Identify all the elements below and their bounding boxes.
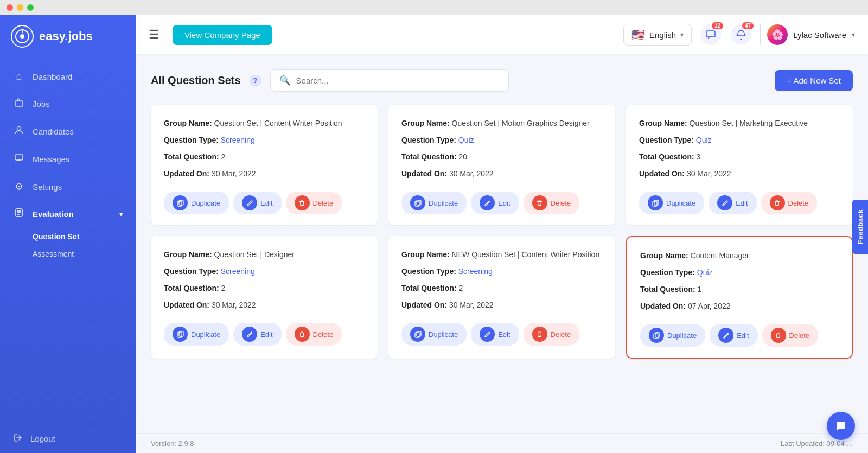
- sidebar-item-dashboard[interactable]: ⌂ Dashboard: [0, 63, 136, 90]
- delete-button[interactable]: Delete: [524, 323, 580, 346]
- delete-button[interactable]: Delete: [286, 192, 342, 214]
- svg-point-4: [17, 127, 21, 131]
- card-actions: Duplicate Edit Del: [639, 192, 840, 214]
- duplicate-button[interactable]: Duplicate: [640, 324, 705, 347]
- chat-icon-button[interactable]: 12: [700, 24, 721, 45]
- logo-icon: [11, 25, 34, 48]
- card-5: Group Name: NEW Question Set | Content W…: [388, 236, 615, 359]
- page-title: All Question Sets: [151, 74, 241, 87]
- duplicate-icon: [410, 327, 425, 342]
- feedback-tab[interactable]: Feedback: [852, 200, 868, 254]
- sidebar-item-assessment[interactable]: Assessment: [33, 245, 136, 263]
- search-box: 🔍: [270, 69, 509, 92]
- sidebar-logo: easy.jobs: [0, 15, 136, 58]
- edit-button[interactable]: Edit: [233, 192, 281, 214]
- edit-button[interactable]: Edit: [233, 323, 281, 346]
- sidebar-item-candidates[interactable]: Candidates: [0, 118, 136, 145]
- duplicate-icon: [648, 195, 663, 210]
- hamburger-button[interactable]: ☰: [149, 28, 159, 42]
- delete-button[interactable]: Delete: [761, 192, 818, 214]
- header-right: + Add New Set: [775, 70, 853, 91]
- card-actions: Duplicate Edit Del: [640, 324, 839, 347]
- question-type-field: Question Type: Quiz: [401, 135, 602, 146]
- edit-button[interactable]: Edit: [471, 192, 519, 214]
- search-input[interactable]: [296, 76, 500, 85]
- svg-rect-14: [177, 333, 182, 337]
- user-name: Lylac Software: [793, 30, 846, 40]
- minimize-dot[interactable]: [17, 4, 23, 11]
- question-type-field: Question Type: Quiz: [640, 267, 839, 278]
- sidebar-item-jobs[interactable]: Jobs: [0, 90, 136, 118]
- language-label: English: [649, 30, 676, 40]
- fullscreen-dot[interactable]: [27, 4, 34, 11]
- total-question-field: Total Question: 3: [639, 151, 840, 163]
- svg-rect-7: [706, 31, 715, 37]
- window-chrome: [0, 0, 868, 15]
- svg-rect-19: [655, 333, 660, 337]
- edit-button[interactable]: Edit: [709, 192, 756, 214]
- svg-point-1: [20, 34, 24, 39]
- total-question-field: Total Question: 2: [164, 283, 365, 294]
- edit-icon: [480, 327, 495, 342]
- sidebar-item-question-set[interactable]: Question Set: [33, 228, 136, 245]
- duplicate-button[interactable]: Duplicate: [401, 323, 467, 346]
- card-3: Group Name: Question Set | Marketing Exe…: [626, 105, 853, 225]
- question-type-field: Question Type: Screening: [164, 135, 365, 146]
- close-dot[interactable]: [7, 4, 13, 11]
- cards-grid: Group Name: Question Set | Content Write…: [151, 105, 853, 359]
- duplicate-button[interactable]: Duplicate: [164, 323, 229, 346]
- jobs-icon: [13, 98, 25, 110]
- lang-chevron-icon: ▾: [680, 31, 684, 39]
- eval-section: Question Set Assessment: [0, 228, 136, 263]
- total-question-field: Total Question: 1: [640, 284, 839, 295]
- chat-bubble-button[interactable]: [827, 412, 855, 440]
- user-info[interactable]: 🌸 Lylac Software ▾: [760, 24, 855, 45]
- updated-on-field: Updated On: 30 Mar, 2022: [401, 168, 602, 180]
- group-name-field: Group Name: NEW Question Set | Content W…: [401, 249, 602, 260]
- duplicate-button[interactable]: Duplicate: [164, 192, 229, 214]
- sidebar-item-label: Candidates: [33, 127, 74, 136]
- assessment-label: Assessment: [33, 250, 74, 258]
- header: ☰ View Company Page 🇺🇸 English ▾ 12 47: [136, 15, 868, 54]
- sidebar-item-settings[interactable]: ⚙ Settings: [0, 173, 136, 200]
- duplicate-icon: [173, 195, 188, 210]
- help-icon[interactable]: ?: [250, 75, 261, 87]
- updated-on-field: Updated On: 30 Mar, 2022: [164, 299, 365, 311]
- settings-icon: ⚙: [13, 181, 25, 193]
- delete-button[interactable]: Delete: [286, 323, 342, 346]
- card-4: Group Name: Question Set | Designer Ques…: [151, 236, 378, 359]
- delete-icon: [532, 327, 547, 342]
- search-icon: 🔍: [279, 75, 291, 86]
- updated-on-field: Updated On: 30 Mar, 2022: [639, 168, 840, 180]
- delete-button[interactable]: Delete: [762, 324, 819, 347]
- sidebar-item-evaluation[interactable]: Evaluation ▾: [0, 200, 136, 228]
- edit-button[interactable]: Edit: [471, 323, 519, 346]
- svg-rect-18: [654, 334, 658, 339]
- sidebar-nav: ⌂ Dashboard Jobs Candidates: [0, 58, 136, 424]
- logo-text: easy.jobs: [39, 29, 93, 43]
- candidates-icon: [13, 125, 25, 138]
- delete-icon: [532, 195, 547, 210]
- messages-icon: [13, 153, 25, 165]
- group-name-field: Group Name: Question Set | Designer: [164, 249, 365, 260]
- sidebar-item-messages[interactable]: Messages: [0, 145, 136, 173]
- duplicate-icon: [410, 195, 425, 210]
- edit-icon: [718, 328, 733, 343]
- card-actions: Duplicate Edit Del: [401, 192, 602, 214]
- group-name-field: Group Name: Question Set | Content Write…: [164, 118, 365, 129]
- duplicate-button[interactable]: Duplicate: [401, 192, 467, 214]
- total-question-field: Total Question: 2: [164, 151, 365, 163]
- language-selector[interactable]: 🇺🇸 English ▾: [623, 24, 692, 46]
- add-new-set-button[interactable]: + Add New Set: [775, 70, 853, 91]
- group-name-field: Group Name: Content Manager: [640, 250, 839, 261]
- bell-icon-button[interactable]: 47: [731, 24, 751, 45]
- edit-button[interactable]: Edit: [710, 324, 757, 347]
- chat-badge: 12: [712, 22, 723, 29]
- duplicate-button[interactable]: Duplicate: [639, 192, 704, 214]
- bell-badge: 47: [742, 22, 754, 29]
- delete-button[interactable]: Delete: [524, 192, 580, 214]
- duplicate-icon: [649, 328, 664, 343]
- question-type-field: Question Type: Quiz: [639, 135, 840, 146]
- view-company-button[interactable]: View Company Page: [173, 25, 272, 45]
- sidebar-logout[interactable]: Logout: [0, 424, 136, 453]
